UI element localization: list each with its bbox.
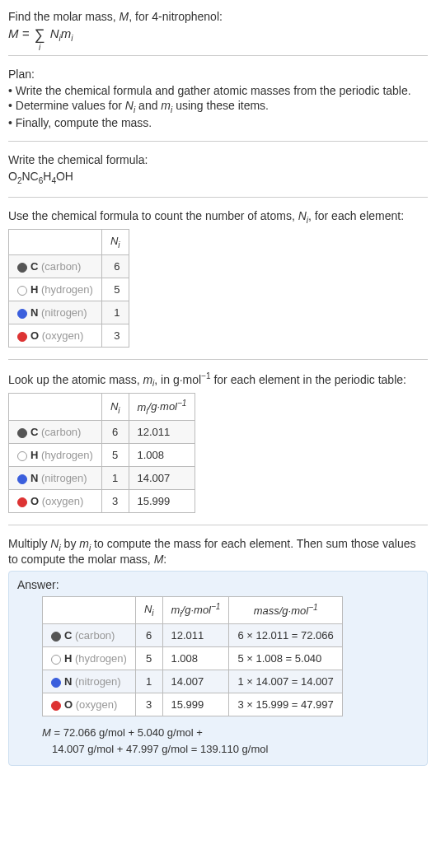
elem-name: (nitrogen): [41, 472, 87, 484]
plan2-N: N: [125, 99, 134, 112]
sigma-icon: ∑: [35, 26, 45, 43]
plan2-suffix: using these items.: [172, 99, 269, 112]
table-row: C (carbon) 6 12.011: [9, 421, 195, 444]
multiply-text: Multiply Ni by mi to compute the mass fo…: [8, 537, 428, 566]
hydrogen-swatch-icon: [17, 451, 27, 461]
divider: [8, 55, 428, 56]
mass-table: Ni mi/g·mol−1 C (carbon) 6 12.011 H (hyd…: [8, 393, 195, 513]
m-cell: 14.007: [162, 670, 229, 693]
m-cell: 1.008: [162, 647, 229, 670]
nitrogen-swatch-icon: [17, 474, 27, 484]
chem-O: O: [8, 170, 17, 183]
n-cell: 3: [101, 490, 129, 513]
element-cell: C (carbon): [43, 624, 136, 647]
elem-sym: O: [30, 329, 39, 342]
mass-mid: , in g·mol: [154, 373, 201, 386]
element-cell: O (oxygen): [9, 490, 102, 513]
element-cell: O (oxygen): [43, 693, 136, 716]
plan2-and: and: [135, 99, 161, 112]
mass-suffix: for each element in the periodic table:: [211, 373, 406, 386]
final-computation: M = 72.066 g/mol + 5.040 g/mol + 14.007 …: [42, 725, 419, 757]
elem-name: (carbon): [41, 260, 81, 273]
carbon-swatch-icon: [17, 428, 27, 438]
header-Ni: Ni: [101, 394, 129, 421]
table-row: O (oxygen) 3: [9, 324, 129, 347]
elem-name: (nitrogen): [75, 675, 121, 688]
element-cell: H (hydrogen): [9, 278, 102, 301]
table-row: N (nitrogen) 1 14.007: [9, 467, 195, 490]
header-Ni: Ni: [101, 230, 129, 255]
hydrogen-swatch-icon: [51, 655, 61, 665]
m-cell: 1.008: [129, 444, 195, 467]
elem-name: (hydrogen): [75, 652, 127, 665]
m-cell: 12.011: [129, 421, 195, 444]
chem-N: N: [21, 170, 30, 183]
header-mi: mi/g·mol−1: [162, 597, 229, 624]
count-heading: Use the chemical formula to count the nu…: [8, 209, 428, 225]
formula-m-sub: i: [71, 34, 73, 43]
elem-sym: C: [30, 426, 38, 438]
plan2-m: m: [161, 99, 171, 112]
answer-table: Ni mi/g·mol−1 mass/g·mol−1 C (carbon) 6 …: [42, 596, 343, 716]
elem-sym: O: [64, 698, 73, 711]
n-cell: 1: [101, 301, 129, 324]
chem-OHo: O: [56, 170, 65, 183]
elem-sym: N: [30, 472, 38, 484]
element-cell: N (nitrogen): [9, 301, 102, 324]
intro-line: Find the molar mass, M, for 4-nitropheno…: [8, 10, 428, 23]
n-cell: 1: [135, 670, 162, 693]
sigma-index: i: [39, 43, 40, 52]
elem-sym: N: [30, 306, 38, 319]
n-cell: 6: [101, 254, 129, 278]
divider: [8, 141, 428, 142]
intro-prefix: Find the molar mass,: [8, 10, 120, 23]
table-header-row: Ni mi/g·mol−1 mass/g·mol−1: [43, 597, 343, 624]
count-table: Ni C (carbon) 6 H (hydrogen) 5 N (nitrog…: [8, 229, 129, 348]
blank-header: [43, 597, 136, 624]
mult-prefix: Multiply: [8, 537, 50, 550]
formula-M: M: [8, 26, 19, 40]
plan-bullet-1: • Write the chemical formula and gather …: [8, 84, 428, 97]
hydrogen-swatch-icon: [17, 286, 27, 296]
m-cell: 15.999: [129, 490, 195, 513]
plan-list: • Write the chemical formula and gather …: [8, 84, 428, 129]
divider: [8, 197, 428, 198]
table-row: O (oxygen) 3 15.999: [9, 490, 195, 513]
mult-N: N: [50, 537, 59, 550]
mult-M: M: [154, 553, 164, 566]
n-cell: 6: [101, 421, 129, 444]
mult-m: m: [79, 537, 89, 550]
plan2-prefix: • Determine values for: [8, 99, 125, 112]
elem-sym: N: [64, 675, 72, 688]
formula-m: m: [61, 26, 72, 40]
chem-heading: Write the chemical formula:: [8, 153, 428, 166]
n-cell: 5: [101, 444, 129, 467]
blank-header: [9, 394, 102, 421]
oxygen-swatch-icon: [17, 497, 27, 507]
m-cell: 12.011: [162, 624, 229, 647]
mass-m: m: [143, 373, 152, 386]
count-N: N: [298, 209, 307, 222]
count-prefix: Use the chemical formula to count the nu…: [8, 209, 298, 222]
elem-name: (nitrogen): [41, 306, 87, 319]
element-cell: H (hydrogen): [43, 647, 136, 670]
table-row: C (carbon) 6: [9, 254, 129, 278]
blank-header: [9, 230, 102, 255]
chemical-formula: O2NC6H4OH: [8, 170, 428, 185]
mass-exp: −1: [201, 371, 210, 380]
elem-sym: H: [30, 449, 38, 461]
elem-name: (oxygen): [42, 495, 84, 507]
element-cell: C (carbon): [9, 254, 102, 278]
table-row: H (hydrogen) 5: [9, 278, 129, 301]
elem-sym: C: [64, 629, 72, 642]
elem-sym: H: [30, 283, 38, 296]
chem-C: C: [30, 170, 39, 183]
carbon-swatch-icon: [51, 632, 61, 642]
intro-M: M: [120, 10, 129, 23]
elem-sym: O: [30, 495, 39, 507]
answer-box: Answer: Ni mi/g·mol−1 mass/g·mol−1 C (ca…: [8, 571, 428, 766]
table-header-row: Ni: [9, 230, 129, 255]
count-suffix: , for each element:: [308, 209, 404, 222]
carbon-swatch-icon: [17, 263, 27, 273]
element-cell: O (oxygen): [9, 324, 102, 347]
